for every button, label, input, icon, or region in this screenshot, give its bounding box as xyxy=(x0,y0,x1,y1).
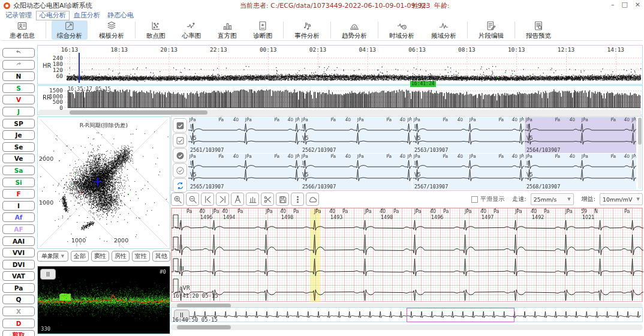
ecg-waveforms[interactable] xyxy=(171,208,643,302)
frequency-domain-button[interactable]: 频域分析 xyxy=(426,20,462,40)
measure-button[interactable] xyxy=(261,193,274,206)
template-cell[interactable]: JPaPa40JPaPa40JPaIIV52567/103907 xyxy=(413,154,524,190)
save-strip-button[interactable] xyxy=(276,193,289,206)
rr-interval-value: 1497 xyxy=(482,215,493,220)
beat-S-button[interactable]: S xyxy=(2,83,35,93)
heart-rate-button[interactable]: 心率图 xyxy=(177,20,207,40)
filter-atrial[interactable]: 房性 xyxy=(112,251,130,262)
beat-I-button[interactable]: I xyxy=(2,201,35,211)
overlay-chart[interactable] xyxy=(38,266,170,334)
menu-item-0[interactable]: 记录管理 xyxy=(2,11,35,20)
histogram-button[interactable]: 直方图 xyxy=(212,20,242,40)
menu-item-1[interactable]: 心电分析 xyxy=(36,11,70,20)
filter-ventricular[interactable]: 室性 xyxy=(132,251,150,262)
maximize-button[interactable]: □ xyxy=(621,1,627,8)
patient-info-button[interactable]: 患者信息 xyxy=(4,20,40,40)
cut-button[interactable]: 剪取 xyxy=(2,330,35,336)
beat-AF-button[interactable]: AF xyxy=(2,224,35,234)
diagnosis-chart-button[interactable]: 诊断图 xyxy=(248,20,278,40)
ruler-button[interactable] xyxy=(246,193,259,206)
rr-scrollbar[interactable] xyxy=(38,110,642,115)
trend-analysis-button[interactable]: 趋势分析 xyxy=(336,20,372,40)
beat-F-button[interactable]: F xyxy=(2,189,35,199)
quadrant-select[interactable]: 单象限 ▼ xyxy=(37,251,68,262)
beat-VVI-button[interactable]: VVI xyxy=(2,248,35,257)
template-analysis-button[interactable]: 模板分析 xyxy=(94,20,130,40)
rr-scatter-chart[interactable] xyxy=(38,117,170,248)
report-preview-button[interactable]: 报告预览 xyxy=(520,20,556,40)
beat-Si-button[interactable]: Si xyxy=(2,178,35,187)
undo-button[interactable] xyxy=(2,48,35,58)
hr-time-tick: 20:13 xyxy=(160,46,177,53)
rr-trend-chart[interactable] xyxy=(65,87,642,109)
time-cursor[interactable] xyxy=(79,53,80,83)
template-cell[interactable]: JPaPa40JPaPa40JPaIIV52566/103907 xyxy=(300,154,412,190)
chk-cir-outline-button[interactable] xyxy=(173,163,187,178)
beat-VAT-button[interactable]: VAT xyxy=(2,271,35,281)
speed-select[interactable]: 25mm/s▼ xyxy=(531,193,574,205)
smooth-display-toggle[interactable]: 平滑显示 xyxy=(471,195,504,203)
more-button[interactable] xyxy=(291,193,304,206)
close-button[interactable]: × xyxy=(635,1,640,8)
template-cell[interactable]: JPaPa40JPaPa40JPaIIV52561/103907 xyxy=(188,117,300,153)
time-domain-button[interactable]: 时域分析 xyxy=(384,20,420,40)
caliper-button[interactable] xyxy=(231,193,244,206)
beat-AAI-button[interactable]: AAI xyxy=(2,236,35,246)
smooth-checkbox[interactable] xyxy=(471,196,478,203)
beat-Ve-button[interactable]: Ve xyxy=(2,154,35,163)
beat-DVI-button[interactable]: DVI xyxy=(2,260,35,269)
chk-sq-filled-button[interactable] xyxy=(173,118,187,133)
rhythm-scrollbar[interactable] xyxy=(171,325,643,330)
beat-Q-button[interactable]: Q xyxy=(2,295,35,304)
beat-Af-button[interactable]: Af xyxy=(2,212,35,222)
chk-cir-filled-button[interactable] xyxy=(173,148,187,163)
redo-button[interactable] xyxy=(2,60,35,70)
beat-D-button[interactable]: D xyxy=(2,319,35,328)
gain-select[interactable]: 10mm/mV▼ xyxy=(600,193,643,205)
filter-other[interactable]: 其他 xyxy=(152,251,170,262)
beat-annotation: 40 xyxy=(288,154,294,159)
template-cell[interactable]: JPaPa40JPaPa40JPaIIV52563/103907 xyxy=(413,117,524,153)
toolbar-button-label: 患者信息 xyxy=(10,32,35,40)
next-beat-button[interactable] xyxy=(216,193,229,206)
scatter-plot-button[interactable]: 散点图 xyxy=(141,20,171,40)
filter-sinus[interactable]: 窦性 xyxy=(91,251,109,262)
template-cell[interactable]: JPaPa40JPaPa40JPaIIV52565/103907 xyxy=(188,154,300,190)
beat-N-button[interactable]: N xyxy=(2,71,35,81)
prev-beat-button[interactable] xyxy=(201,193,214,206)
event-analysis-button[interactable]: 事件分析 xyxy=(289,20,325,40)
menu-item-2[interactable]: 血压分析 xyxy=(71,11,103,20)
beat-Sa-button[interactable]: Sa xyxy=(2,166,35,175)
zoom-out-button[interactable] xyxy=(186,193,199,206)
beat-J-button[interactable]: J xyxy=(2,107,35,116)
rr-scrollbar-thumb[interactable] xyxy=(70,110,207,115)
template-cell[interactable]: JPaPa40JPaPa40JPaIIV52568/103907 xyxy=(525,154,636,190)
filter-all[interactable]: 全部 xyxy=(71,251,89,262)
beat-annotation: Pa xyxy=(186,209,192,214)
sync-button[interactable] xyxy=(173,178,187,193)
chk-sq-outline-button[interactable] xyxy=(173,133,187,148)
beat-Se-button[interactable]: Se xyxy=(2,142,35,152)
template-scrollbar[interactable] xyxy=(638,118,642,189)
rhythm-selection-box[interactable] xyxy=(407,308,514,322)
beat-Je-button[interactable]: Je xyxy=(2,130,35,140)
menu-item-3[interactable]: 静态心电 xyxy=(104,11,137,20)
beat-V-button[interactable]: V xyxy=(2,95,35,104)
beat-annotation: JPa xyxy=(465,209,472,214)
beat-SP-button[interactable]: SP xyxy=(2,119,35,128)
beat-X-button[interactable]: X xyxy=(2,307,35,316)
template-cell[interactable]: JPaPa40JPaPa40JPaIIV52562/103907 xyxy=(300,117,412,153)
template-scrollbar-thumb[interactable] xyxy=(638,118,642,145)
beat-Pa-button[interactable]: Pa xyxy=(2,283,35,293)
rhythm-scrollbar-thumb[interactable] xyxy=(177,325,231,329)
template-cell[interactable]: JPaPa40JPaPa40JPaIIV52564/103907 xyxy=(525,117,636,153)
minimize-button[interactable]: – xyxy=(611,1,615,8)
cloud-button[interactable] xyxy=(306,193,319,206)
hr-time-tick: 12:13 xyxy=(558,46,575,53)
overlay-lead-button[interactable]: II xyxy=(40,269,56,280)
smooth-label: 平滑显示 xyxy=(480,195,504,203)
zoom-in-button[interactable] xyxy=(171,193,184,206)
comprehensive-analysis-button[interactable]: 综合分析 xyxy=(52,20,88,40)
segment-edit-button[interactable]: 片段编辑 xyxy=(473,20,509,40)
hr-trend-chart[interactable] xyxy=(65,53,642,84)
